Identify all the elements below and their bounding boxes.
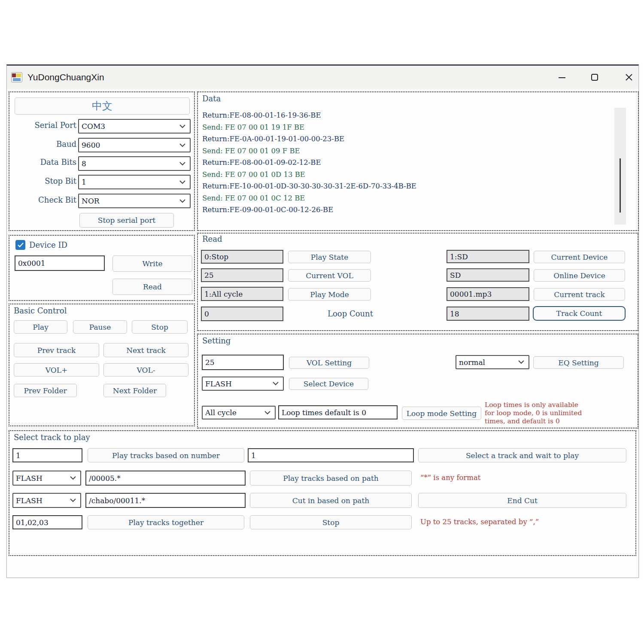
- title-bar: YuDongChuangXin: [7, 66, 638, 89]
- stop-bit-select[interactable]: 1: [78, 175, 191, 189]
- tracks-limit-note: Up to 25 tracks, separated by “,”: [420, 518, 539, 526]
- chevron-down-icon: [179, 180, 185, 184]
- setting-panel: Setting VOL Setting normal EQ Setting FL…: [197, 334, 638, 428]
- stop-bit-value: 1: [82, 178, 86, 186]
- device-id-panel: Device ID Write Read: [9, 235, 195, 301]
- loop-mode-setting-button[interactable]: Loop mode Setting: [402, 407, 481, 420]
- read-button[interactable]: Read: [112, 279, 192, 295]
- next-track-button[interactable]: Next track: [103, 343, 188, 357]
- chevron-down-icon: [179, 199, 185, 203]
- path-format-note: “*” is any format: [420, 474, 480, 482]
- log-line: Return:FE-09-00-01-0C-00-12-26-BE: [202, 204, 608, 216]
- path-device-value: FLASH: [16, 474, 43, 483]
- track-count-button[interactable]: Track Count: [533, 306, 626, 321]
- play-button[interactable]: Play: [14, 320, 67, 334]
- serial-port-label: Serial Port: [14, 121, 76, 130]
- chevron-down-icon: [179, 125, 185, 128]
- tracks-together-input[interactable]: [12, 515, 82, 529]
- select-device-button[interactable]: Select Device: [289, 378, 368, 390]
- online-device-button[interactable]: Online Device: [534, 269, 625, 282]
- device-id-input[interactable]: [15, 255, 105, 271]
- chevron-down-icon: [179, 162, 185, 166]
- data-bits-select[interactable]: 8: [78, 156, 191, 171]
- window-title: YuDongChuangXin: [27, 72, 104, 82]
- data-bits-value: 8: [82, 159, 86, 168]
- check-bit-label: Check Bit: [14, 195, 76, 204]
- chevron-down-icon: [264, 411, 270, 415]
- setting-panel-title: Setting: [202, 336, 231, 345]
- current-track-field: 00001.mp3: [447, 287, 529, 301]
- loop-times-input[interactable]: [278, 405, 398, 419]
- loop-mode-value: All cycle: [205, 408, 237, 417]
- current-device-field: 1:SD: [447, 250, 529, 263]
- cutin-path-input[interactable]: [85, 493, 246, 508]
- log-line: Return:FE-08-00-01-16-19-36-BE: [202, 109, 608, 122]
- play-state-button[interactable]: Play State: [288, 251, 371, 263]
- cutin-device-value: FLASH: [16, 496, 43, 505]
- close-icon[interactable]: [620, 69, 638, 85]
- together-stop-button[interactable]: Stop: [250, 515, 412, 529]
- serial-port-panel: 中文 Serial Port COM3 Baud 9600 Data Bits …: [9, 91, 195, 231]
- check-bit-select[interactable]: NOR: [78, 194, 191, 208]
- wait-track-input[interactable]: [248, 448, 414, 462]
- play-mode-button[interactable]: Play Mode: [288, 288, 371, 301]
- basic-control-panel: Basic Control Play Pause Stop Prev track…: [9, 304, 195, 426]
- path-device-select[interactable]: FLASH: [12, 471, 81, 486]
- current-track-button[interactable]: Current track: [534, 288, 625, 301]
- baud-value: 9600: [82, 141, 100, 149]
- log-line: Send: FE 07 00 01 09 F BE: [202, 145, 608, 157]
- prev-folder-button[interactable]: Prev Folder: [14, 384, 77, 397]
- log-line: Send: FE 07 00 01 19 1F BE: [202, 122, 608, 134]
- current-vol-button[interactable]: Current VOL: [288, 269, 371, 282]
- loop-note: Loop times is only available for loop mo…: [485, 401, 618, 425]
- minimize-icon[interactable]: [553, 69, 571, 85]
- eq-select[interactable]: normal: [456, 355, 529, 369]
- play-path-input[interactable]: [85, 471, 246, 486]
- baud-label: Baud: [14, 140, 76, 149]
- maximize-icon[interactable]: [586, 69, 604, 85]
- chevron-down-icon: [179, 143, 185, 147]
- log-scrollbar[interactable]: [614, 108, 626, 225]
- serial-port-select[interactable]: COM3: [78, 119, 191, 134]
- loop-count-label: Loop Count: [288, 309, 413, 318]
- pause-button[interactable]: Pause: [73, 320, 127, 334]
- vol-down-button[interactable]: VOL-: [103, 363, 188, 377]
- cut-in-by-path-button[interactable]: Cut in based on path: [250, 493, 412, 508]
- online-device-field: SD: [447, 268, 529, 282]
- vol-setting-button[interactable]: VOL Setting: [289, 357, 369, 369]
- vol-up-button[interactable]: VOL+: [14, 363, 99, 377]
- chevron-down-icon: [518, 360, 524, 364]
- serial-log: Return:FE-08-00-01-16-19-36-BE Send: FE …: [202, 109, 608, 216]
- app-icon: [11, 72, 22, 82]
- track-count-field: 18: [447, 307, 529, 321]
- play-by-path-button[interactable]: Play tracks based on path: [250, 471, 412, 486]
- select-track-panel: Select track to play Play tracks based o…: [9, 430, 636, 556]
- language-button[interactable]: 中文: [15, 97, 190, 115]
- track-number-input[interactable]: [12, 448, 82, 462]
- loop-count-field: 0: [201, 307, 283, 321]
- stop-serial-port-button[interactable]: Stop serial port: [79, 213, 174, 228]
- log-line: Return:FE-0A-00-01-19-01-00-00-23-BE: [202, 133, 608, 145]
- read-panel-title: Read: [202, 234, 222, 243]
- prev-track-button[interactable]: Prev track: [14, 343, 99, 357]
- check-bit-value: NOR: [82, 197, 100, 205]
- eq-setting-button[interactable]: EQ Setting: [533, 356, 624, 369]
- play-together-button[interactable]: Play tracks together: [88, 515, 244, 529]
- end-cut-button[interactable]: End Cut: [418, 493, 626, 508]
- baud-select[interactable]: 9600: [78, 138, 191, 152]
- vol-setting-input[interactable]: [202, 355, 284, 370]
- select-and-wait-button[interactable]: Select a track and wait to play: [418, 448, 626, 462]
- stop-button[interactable]: Stop: [132, 320, 188, 334]
- log-scrollbar-thumb[interactable]: [620, 158, 621, 213]
- select-device-value: FLASH: [205, 380, 232, 388]
- write-button[interactable]: Write: [112, 255, 192, 272]
- chevron-down-icon: [273, 382, 279, 386]
- play-state-field: 0:Stop: [201, 250, 283, 264]
- select-device-select[interactable]: FLASH: [202, 377, 284, 391]
- loop-mode-select[interactable]: All cycle: [202, 406, 276, 419]
- current-device-button[interactable]: Current Device: [534, 251, 625, 263]
- device-id-checkbox[interactable]: [15, 240, 25, 250]
- next-folder-button[interactable]: Next Folder: [103, 384, 166, 397]
- cutin-device-select[interactable]: FLASH: [12, 493, 81, 508]
- play-by-number-button[interactable]: Play tracks based on number: [88, 448, 244, 462]
